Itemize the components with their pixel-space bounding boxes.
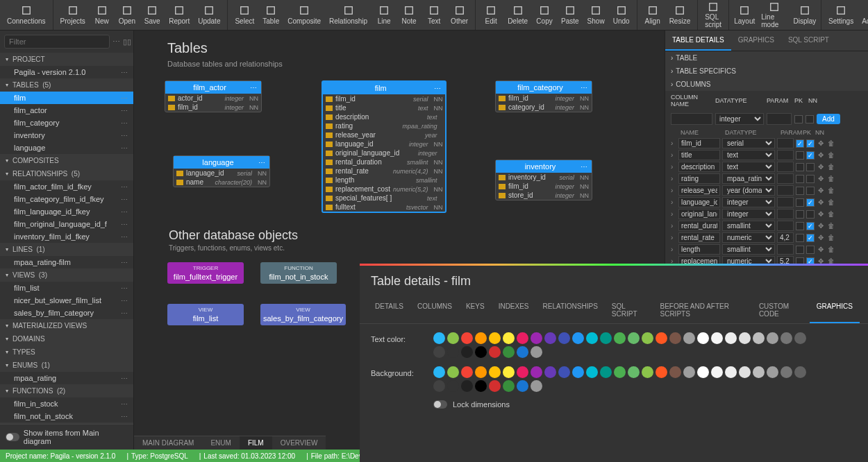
color-swatch[interactable] (669, 332, 681, 344)
tree-item[interactable]: inventory_film_id_fkey⋯ (0, 230, 133, 243)
color-swatch[interactable] (489, 380, 501, 392)
color-swatch[interactable] (711, 366, 723, 378)
delete-icon[interactable]: 🗑 (827, 175, 835, 183)
color-swatch[interactable] (475, 346, 487, 358)
color-swatch[interactable] (794, 366, 806, 378)
color-swatch[interactable] (461, 380, 473, 392)
tree-item[interactable]: film_original_language_id_f⋯ (0, 218, 133, 230)
tree-item[interactable]: language⋯ (0, 142, 133, 154)
column-type-select[interactable]: integer (722, 197, 775, 207)
column-param-input[interactable] (777, 221, 794, 231)
column-type-select[interactable]: numeric (722, 232, 775, 243)
save-button[interactable]: Save (140, 1, 165, 28)
color-swatch[interactable] (628, 332, 640, 344)
color-swatch[interactable] (531, 332, 542, 344)
right-tab-graphics[interactable]: GRAPHICS (731, 31, 781, 51)
color-swatch[interactable] (475, 332, 487, 344)
column-name-input[interactable] (678, 173, 720, 184)
color-swatch[interactable] (600, 332, 612, 344)
column-nn-checkbox[interactable] (806, 222, 815, 230)
color-swatch[interactable] (531, 380, 542, 392)
details-tab-before-and-after-scripts[interactable]: BEFORE AND AFTER SCRIPTS (653, 297, 752, 323)
column-type-select[interactable]: smallint (722, 244, 775, 255)
note-button[interactable]: Note (397, 1, 422, 28)
tree-item[interactable]: film_in_stock⋯ (0, 397, 133, 410)
undo-button[interactable]: Undo (609, 1, 634, 28)
color-swatch[interactable] (767, 366, 778, 378)
color-swatch[interactable] (461, 366, 473, 378)
tree-item[interactable]: film_language_id_fkey⋯ (0, 205, 133, 218)
color-swatch[interactable] (781, 366, 792, 378)
column-name-input[interactable] (678, 209, 720, 219)
panel-section-table[interactable]: › TABLE (665, 51, 868, 65)
item-menu-icon[interactable]: ⋯ (121, 413, 128, 420)
color-swatch[interactable] (725, 332, 737, 344)
details-tab-columns[interactable]: COLUMNS (410, 297, 459, 323)
move-icon[interactable]: ✥ (817, 222, 825, 230)
relationship-button[interactable]: Relationship (325, 1, 372, 28)
color-swatch[interactable] (503, 380, 515, 392)
column-name-input[interactable] (678, 138, 720, 148)
column-name-input[interactable] (678, 162, 720, 172)
tree-section-views[interactable]: ▸VIEWS (3) (0, 268, 133, 282)
tree-item[interactable]: sales_by_film_category⋯ (0, 307, 133, 319)
delete-icon[interactable]: 🗑 (827, 234, 835, 242)
color-swatch[interactable] (739, 332, 751, 344)
account-button[interactable]: Account (858, 1, 868, 28)
color-swatch[interactable] (697, 366, 709, 378)
details-tab-details[interactable]: DETAILS (368, 297, 410, 323)
color-swatch[interactable] (683, 332, 695, 344)
new-button[interactable]: New (90, 1, 115, 28)
details-tab-relationships[interactable]: RELATIONSHIPS (536, 297, 605, 323)
color-swatch[interactable] (461, 346, 473, 358)
item-menu-icon[interactable]: ⋯ (121, 69, 128, 76)
move-icon[interactable]: ✥ (817, 210, 825, 219)
column-name-input[interactable] (678, 197, 720, 207)
text-button[interactable]: Text (422, 1, 446, 28)
color-swatch[interactable] (531, 346, 542, 358)
table-header[interactable]: inventory⋯ (496, 160, 592, 173)
color-swatch[interactable] (517, 346, 528, 358)
item-menu-icon[interactable]: ⋯ (121, 132, 128, 139)
column-pk-checkbox[interactable] (796, 234, 804, 242)
color-swatch[interactable] (753, 366, 765, 378)
table-inventory[interactable]: inventory⋯inventory_idserialNNfilm_idint… (495, 160, 592, 200)
delete-icon[interactable]: 🗑 (827, 151, 835, 160)
delete-button[interactable]: Delete (503, 1, 532, 28)
color-swatch[interactable] (628, 366, 640, 378)
tree-item[interactable]: film⋯ (0, 92, 133, 104)
color-swatch[interactable] (531, 366, 542, 378)
tree-section-enums[interactable]: ▸ENUMS (1) (0, 359, 133, 372)
align-button[interactable]: Align (640, 1, 665, 28)
column-pk-checkbox[interactable] (796, 210, 804, 219)
color-swatch[interactable] (739, 366, 751, 378)
column-param-input[interactable] (777, 209, 794, 219)
tree-item[interactable]: film_actor⋯ (0, 104, 133, 117)
color-swatch[interactable] (517, 366, 528, 378)
color-swatch[interactable] (586, 332, 598, 344)
tree-item[interactable]: film_category_film_id_fkey⋯ (0, 193, 133, 205)
object-film_not_in_stock[interactable]: FUNCTIONfilm_not_in_stock (260, 262, 337, 284)
column-nn-checkbox[interactable] (806, 210, 815, 219)
color-swatch[interactable] (447, 346, 459, 358)
color-swatch[interactable] (586, 366, 598, 378)
tree-item[interactable]: film_actor_film_id_fkey⋯ (0, 180, 133, 193)
add-column-button[interactable]: Add (817, 114, 840, 124)
color-swatch[interactable] (656, 366, 667, 378)
color-swatch[interactable] (517, 332, 528, 344)
column-type-select[interactable]: serial (722, 138, 775, 148)
color-swatch[interactable] (642, 366, 653, 378)
column-nn-checkbox[interactable] (806, 139, 815, 148)
color-swatch[interactable] (503, 366, 515, 378)
column-nn-checkbox[interactable] (806, 151, 815, 160)
tree-section-project[interactable]: ▸PROJECT (0, 53, 133, 66)
tree-item[interactable]: film_not_in_stock⋯ (0, 410, 133, 422)
item-menu-icon[interactable]: ⋯ (121, 183, 128, 191)
column-param-input[interactable] (777, 150, 794, 160)
color-swatch[interactable] (447, 366, 459, 378)
column-nn-checkbox[interactable] (806, 163, 815, 171)
column-type-select[interactable]: text (722, 162, 775, 172)
move-icon[interactable]: ✥ (817, 139, 825, 148)
open-button[interactable]: Open (115, 1, 140, 28)
column-param-input[interactable] (777, 232, 794, 243)
